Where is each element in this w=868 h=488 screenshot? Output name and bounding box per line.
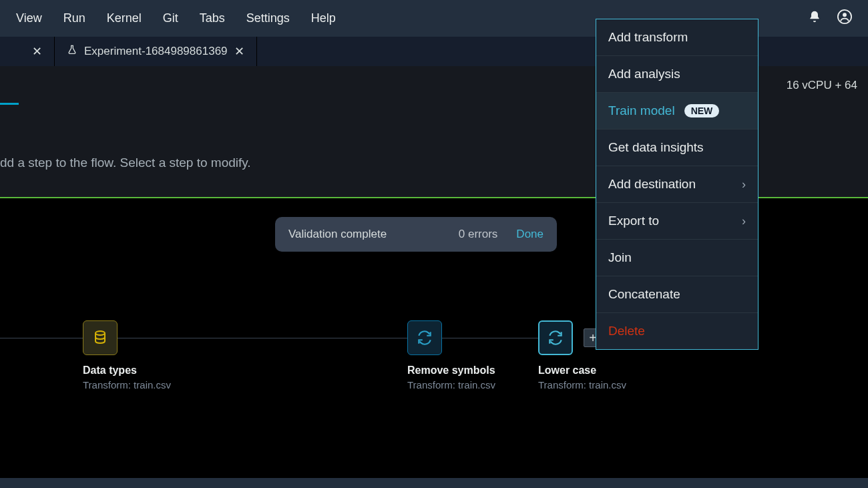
database-icon (83, 320, 118, 355)
close-icon[interactable]: ✕ (32, 44, 42, 59)
flask-icon (67, 45, 77, 58)
menu-add-destination[interactable]: Add destination › (596, 166, 758, 203)
bell-icon[interactable] (808, 10, 821, 27)
validation-banner: Validation complete 0 errors Done (275, 217, 557, 252)
instruction-text: dd a step to the flow. Select a step to … (0, 156, 251, 170)
flow-connector (0, 338, 83, 338)
menu-item-label: Add transform (608, 30, 688, 45)
tab-experiment[interactable]: Experiment-1684989861369 ✕ (55, 37, 257, 66)
menu-item-label: Export to (608, 214, 659, 228)
menu-view[interactable]: View (5, 7, 53, 29)
validation-status: Validation complete (288, 228, 387, 241)
menu-tabs[interactable]: Tabs (189, 7, 236, 29)
node-subtitle: Transform: train.csv (407, 379, 495, 391)
menu-delete[interactable]: Delete (596, 313, 758, 349)
menu-train-model[interactable]: Train model NEW (596, 93, 758, 130)
menu-export-to[interactable]: Export to › (596, 203, 758, 240)
menu-help[interactable]: Help (300, 7, 347, 29)
menu-join[interactable]: Join (596, 240, 758, 276)
node-subtitle: Transform: train.csv (83, 379, 171, 391)
menu-git[interactable]: Git (152, 7, 189, 29)
menu-item-label: Train model (608, 103, 675, 118)
menu-item-label: Join (608, 250, 632, 265)
validation-done[interactable]: Done (516, 228, 544, 241)
user-icon[interactable] (837, 9, 852, 27)
flow-node-data-types[interactable]: Data types Transform: train.csv (83, 320, 171, 391)
menu-item-label: Add destination (608, 177, 696, 192)
chevron-right-icon: › (742, 214, 746, 228)
menu-add-transform[interactable]: Add transform (596, 19, 758, 56)
node-subtitle: Transform: train.csv (538, 379, 626, 391)
instance-label[interactable]: 16 vCPU + 64 (787, 79, 857, 92)
tab-untitled[interactable]: ✕ (0, 37, 55, 66)
cycle-icon (407, 320, 442, 355)
svg-point-1 (843, 13, 847, 17)
menu-concatenate[interactable]: Concatenate (596, 276, 758, 313)
node-title: Data types (83, 364, 171, 377)
validation-errors: 0 errors (459, 228, 498, 241)
node-title: Lower case (538, 364, 626, 377)
flow-node-remove-symbols[interactable]: Remove symbols Transform: train.csv (407, 320, 495, 391)
new-badge: NEW (684, 104, 720, 117)
menu-settings[interactable]: Settings (236, 7, 300, 29)
menu-get-data-insights[interactable]: Get data insights (596, 130, 758, 166)
svg-point-2 (95, 331, 105, 335)
context-menu: Add transform Add analysis Train model N… (596, 19, 758, 350)
node-title: Remove symbols (407, 364, 495, 377)
menu-item-label: Delete (608, 324, 645, 338)
chevron-right-icon: › (742, 178, 746, 192)
menu-item-label: Get data insights (608, 140, 704, 155)
cycle-icon (538, 320, 573, 355)
menu-item-label: Concatenate (608, 287, 680, 302)
menu-item-label: Add analysis (608, 67, 680, 81)
menu-add-analysis[interactable]: Add analysis (596, 56, 758, 93)
close-icon[interactable]: ✕ (234, 44, 244, 59)
status-bar (0, 478, 868, 488)
menu-run[interactable]: Run (53, 7, 96, 29)
tab-label: Experiment-1684989861369 (84, 45, 228, 58)
menu-kernel[interactable]: Kernel (96, 7, 152, 29)
